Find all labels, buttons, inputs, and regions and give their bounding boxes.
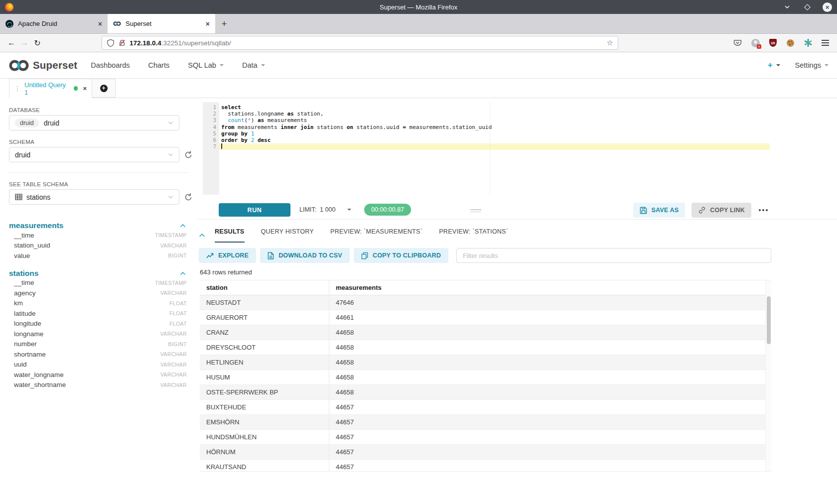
column-header-measurements[interactable]: measurements [329,280,765,295]
ublock-icon[interactable]: U0 [769,39,777,47]
save-as-button[interactable]: SAVE AS [633,203,685,218]
nav-item-data[interactable]: Data [242,61,265,69]
pane-resizer-handle[interactable] [470,209,481,212]
table-schema-header[interactable]: stations [9,269,197,278]
table-row: CRANZ44658 [200,325,765,340]
reload-button[interactable]: ↻ [31,38,44,48]
limit-dropdown[interactable]: LIMIT: 1 000 [299,206,351,213]
table-row: GRAUERORT44661 [200,310,765,325]
editor-code[interactable]: select stations.longname as station, cou… [219,102,770,195]
pocket-icon[interactable] [733,39,742,47]
new-item-button[interactable]: + [768,60,780,70]
refresh-schema-icon[interactable] [184,150,193,159]
column-row: agencyVARCHAR [9,288,197,298]
column-row: longitudeFLOAT [9,319,197,329]
insecure-lock-icon[interactable] [118,39,126,47]
plus-circle-icon: + [100,85,108,92]
cell-measurements: 44658 [329,325,765,340]
filter-results-input[interactable] [456,248,771,263]
caret-down-icon [776,64,780,68]
column-row: longnameVARCHAR [9,329,197,339]
schema-value: druid [15,151,30,159]
cell-measurements: 44657 [329,460,765,472]
caret-down-icon [347,209,351,213]
table-scrollbar-thumb[interactable] [767,296,771,344]
query-tab-close-icon[interactable]: × [83,85,87,92]
gutter-line-number: 1 [203,104,219,111]
results-actions: EXPLOREDOWNLOAD TO CSVCOPY TO CLIPBOARD [199,248,771,263]
cell-measurements: 44658 [329,370,765,384]
column-type: VARCHAR [160,362,187,368]
results-rows: NEUSTADT47646GRAUERORT44661CRANZ44658DRE… [200,295,765,472]
gutter-line-number: 6 [203,137,219,143]
superset-logo[interactable]: Superset [8,59,77,72]
table-scrollbar[interactable] [765,280,771,471]
more-options-button[interactable] [758,206,769,214]
chevron-up-icon[interactable] [180,224,186,228]
collapse-chevron-up-icon[interactable] [199,233,205,238]
window-title: Superset — Mozilla Firefox [0,3,837,11]
schema-select[interactable]: druid [9,147,179,162]
table-row: DREYSCHLOOT44658 [200,340,765,355]
query-tab-untitled-query-1[interactable]: ⋮ Untitled Query 1 × [9,79,92,98]
extension-asterisk-icon[interactable] [804,39,812,47]
nav-item-charts[interactable]: Charts [148,61,170,69]
save-icon [640,207,647,214]
settings-menu[interactable]: Settings [795,61,829,69]
bookmark-star-icon[interactable]: ☆ [607,38,613,47]
sql-editor[interactable]: 1234567 select stations.longname as stat… [203,102,770,195]
copy-link-button[interactable]: COPY LINK [692,203,751,218]
table-schema-header[interactable]: measurements [9,221,197,230]
results-tab-preview-measurements[interactable]: PREVIEW: `MEASUREMENTS` [330,228,422,243]
database-select[interactable]: druid druid [9,115,179,130]
close-icon[interactable]: × [823,2,832,12]
column-name: value [14,252,30,259]
back-button[interactable]: ← [5,38,18,47]
table-row: HUSUM44658 [200,370,765,385]
add-query-tab-button[interactable]: + [92,79,116,98]
run-button[interactable]: RUN [219,203,290,217]
refresh-tables-icon[interactable] [184,193,193,202]
results-tab-results[interactable]: RESULTS [215,228,245,243]
minimize-icon[interactable] [783,2,792,11]
results-tab-preview-stations[interactable]: PREVIEW: `STATIONS` [439,228,508,243]
button-explore[interactable]: EXPLORE [199,248,256,263]
column-header-station[interactable]: station [200,284,329,291]
chevron-up-icon[interactable] [180,271,186,275]
maximize-icon[interactable] [803,2,812,11]
gutter-line-number: 7 [203,143,219,150]
browser-tab-superset[interactable]: Superset × [108,14,215,33]
results-tabbar: RESULTSQUERY HISTORYPREVIEW: `MEASUREMEN… [199,220,837,243]
copy-icon [361,252,368,259]
extension-disabled-icon[interactable] [751,39,760,47]
url-bar[interactable]: 172.18.0.4:32251/superset/sqllab/ ☆ [102,36,618,50]
tab-close-icon[interactable]: × [206,20,210,28]
cell-measurements: 47646 [329,295,765,310]
browser-tab-apache-druid[interactable]: Apache Druid × [0,14,108,33]
button-label: COPY TO CLIPBOARD [373,252,441,259]
druid-favicon-icon [5,20,13,28]
nav-item-dashboards[interactable]: Dashboards [91,61,130,69]
column-name: shortname [14,351,46,358]
tab-title: Superset [126,20,201,27]
menu-icon[interactable] [822,40,829,46]
column-row: __timeTIMESTAMP [9,278,197,288]
table-select[interactable]: stations [9,189,179,205]
cell-station: HUSUM [200,374,329,381]
button-download-to-csv[interactable]: DOWNLOAD TO CSV [260,248,350,263]
nav-item-label: Charts [148,61,170,69]
button-copy-to-clipboard[interactable]: COPY TO CLIPBOARD [354,248,448,263]
cell-station: HÖRNUM [200,448,329,456]
superset-favicon-icon [113,20,121,28]
column-type: VARCHAR [160,372,187,378]
nav-item-sql-lab[interactable]: SQL Lab [188,61,224,69]
table-name: measurements [9,221,63,230]
column-type: BIGINT [168,341,187,347]
results-tab-query-history[interactable]: QUERY HISTORY [261,228,314,243]
cookie-icon[interactable] [786,39,795,47]
tab-close-icon[interactable]: × [98,20,102,28]
shield-icon[interactable] [107,39,115,47]
table-schema-stations: stations__timeTIMESTAMPagencyVARCHARkmFL… [9,269,197,390]
drag-handle-icon[interactable]: ⋮ [14,85,20,92]
new-tab-button[interactable]: + [215,14,233,33]
